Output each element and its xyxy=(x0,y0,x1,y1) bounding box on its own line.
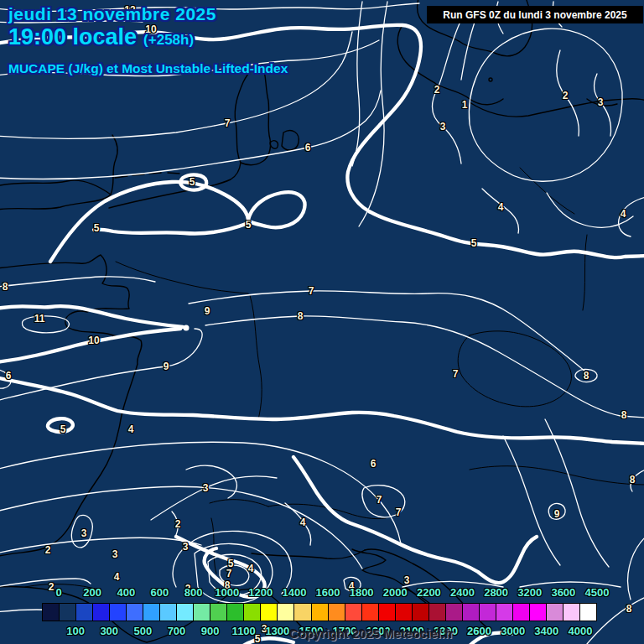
colorbar-cell xyxy=(93,604,110,621)
contour-label: 3 xyxy=(440,122,446,132)
colorbar-cell xyxy=(345,604,362,621)
colorbar-cell xyxy=(480,604,496,621)
contour-label: 8 xyxy=(630,475,636,485)
contour-label: 3 xyxy=(183,542,189,552)
colorbar-tick: 1300 xyxy=(265,626,289,636)
colorbar-tick: 100 xyxy=(66,626,85,636)
contour-label: 1 xyxy=(462,100,468,110)
colorbar-tick: 4500 xyxy=(585,587,610,598)
colorbar-cell xyxy=(379,604,396,621)
colorbar-tick: 2200 xyxy=(417,587,441,598)
colorbar-cell xyxy=(227,604,244,621)
contour-label: 2 xyxy=(45,545,51,555)
contour-label: 5 xyxy=(471,238,477,248)
colorbar-tick: 400 xyxy=(117,587,135,598)
colorbar-cell xyxy=(177,604,194,621)
colorbar-tick: 3000 xyxy=(501,626,525,636)
forecast-hour-offset: (+258h) xyxy=(143,33,194,47)
contour-label: 5 xyxy=(246,220,252,230)
contour-label: 6 xyxy=(6,371,12,381)
colorbar-tick: 1800 xyxy=(350,587,374,598)
colorbar-cell xyxy=(76,604,93,621)
contour-label: 9 xyxy=(205,306,210,316)
colorbar-tick: 2600 xyxy=(467,626,491,636)
contour-label: 3 xyxy=(112,549,118,559)
contour-label: 9 xyxy=(554,509,560,519)
colorbar-cell xyxy=(43,604,60,621)
contour-label: 8 xyxy=(621,410,627,420)
colorbar-tick: 1200 xyxy=(248,587,273,598)
contour-label: 8 xyxy=(298,311,304,321)
colorbar-cell xyxy=(396,604,413,621)
colorbar-tick: 2800 xyxy=(484,587,508,598)
contour-label: 2 xyxy=(175,519,181,529)
copyright-notice: Copyright 2025 Meteociel.fr xyxy=(289,626,454,641)
colorbar-tick: 700 xyxy=(168,626,186,636)
colorbar-cell xyxy=(261,604,278,621)
colorbar-tick: 4000 xyxy=(568,626,592,636)
contour-label: 8 xyxy=(584,371,589,381)
colorbar-cell xyxy=(294,604,311,621)
contour-label: 4 xyxy=(300,517,306,527)
contour-label: 7 xyxy=(309,286,314,296)
colorbar-cell xyxy=(60,604,76,621)
colorbar-tick: 2400 xyxy=(450,587,475,598)
colorbar-cell xyxy=(329,604,345,621)
colorbar-cell xyxy=(194,604,210,621)
colorbar-tick: 1400 xyxy=(282,587,306,598)
contour-label: 3 xyxy=(404,575,410,585)
colorbar-cell xyxy=(143,604,160,621)
contour-label: 4 xyxy=(128,424,134,434)
weather-map-canvas xyxy=(0,0,644,644)
map-header: jeudi 13 novembre 2025 19:00 locale (+25… xyxy=(8,5,288,75)
colorbar-tick: 600 xyxy=(151,587,169,598)
colorbar-cell xyxy=(312,604,329,621)
contour-label: 4 xyxy=(621,209,626,219)
contour-label: 2 xyxy=(49,582,55,592)
contour-label: 3 xyxy=(81,528,87,538)
colorbar-cell xyxy=(278,604,294,621)
weather-map-page: 1210765552132344589781110965478868377942… xyxy=(0,0,644,644)
forecast-time: 19:00 locale xyxy=(8,26,137,49)
contour-label: 7 xyxy=(453,369,459,379)
colorbar-tick: 1100 xyxy=(232,626,256,636)
colorbar-cell xyxy=(413,604,429,621)
colorbar-cell xyxy=(429,604,446,621)
contour-label: 2 xyxy=(563,91,569,101)
colorbar-cell xyxy=(580,604,596,621)
contour-lines-thin xyxy=(0,2,644,644)
contour-label: 5 xyxy=(190,177,195,187)
contour-label: 6 xyxy=(371,459,377,469)
contour-label: 4 xyxy=(248,564,254,574)
colorbar-cell xyxy=(446,604,463,621)
contour-label: 4 xyxy=(114,572,120,582)
colorbar-tick: 800 xyxy=(184,587,203,598)
contour-label: 9 xyxy=(164,361,169,371)
contour-label: 3 xyxy=(203,483,209,493)
colorbar-cell xyxy=(463,604,480,621)
colorbar-cell xyxy=(547,604,564,621)
colorbar-tick: 200 xyxy=(83,587,101,598)
colorbar-tick: 500 xyxy=(134,626,153,636)
colorbar-tick: 3200 xyxy=(517,587,542,598)
model-run-box: Run GFS 0Z du lundi 3 novembre 2025 xyxy=(427,6,643,23)
colorbar-tick: 3600 xyxy=(551,587,575,598)
contour-label: 2 xyxy=(434,85,440,95)
colorbar-cell xyxy=(564,604,580,621)
contour-label: 7 xyxy=(225,118,231,128)
contour-label: 11 xyxy=(34,314,45,324)
colorbar-tick: 2000 xyxy=(383,587,408,598)
contour-label: 7 xyxy=(226,569,232,579)
contour-label: 8 xyxy=(626,604,632,614)
contour-label: 7 xyxy=(377,495,382,505)
contour-label: 6 xyxy=(305,143,311,153)
contour-label: 3 xyxy=(598,97,604,107)
colorbar-tick: 1600 xyxy=(316,587,340,598)
colorbar-cell xyxy=(160,604,177,621)
colorbar-cell xyxy=(513,604,530,621)
contour-label: 4 xyxy=(498,202,504,212)
contour-label: 10 xyxy=(88,335,99,345)
colorbar-tick: 300 xyxy=(100,626,118,636)
colorbar-cell xyxy=(496,604,513,621)
colorbar-tick: 1000 xyxy=(215,587,239,598)
